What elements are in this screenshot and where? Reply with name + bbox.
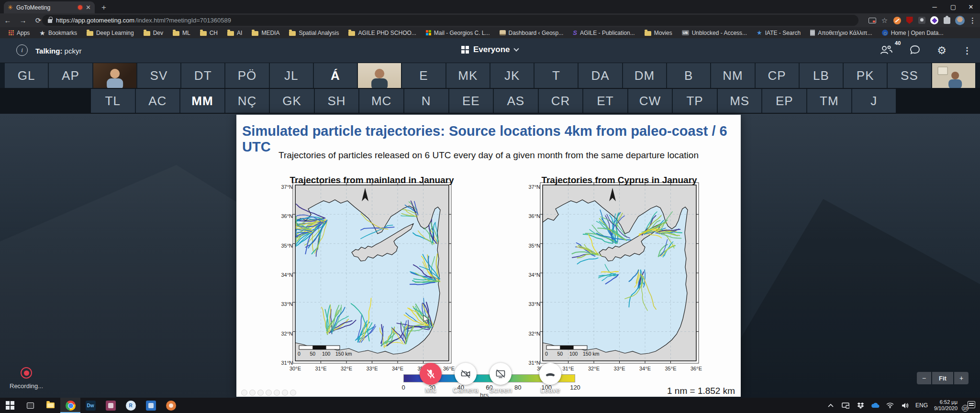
participant-tile[interactable]: SS xyxy=(888,63,931,88)
bookmark-item[interactable]: Dev xyxy=(140,28,167,37)
participant-tile[interactable]: AC xyxy=(136,89,180,113)
participant-tile[interactable]: PK xyxy=(844,63,887,88)
browser-profile-avatar[interactable] xyxy=(955,16,965,25)
tray-expand-icon[interactable] xyxy=(826,401,835,410)
bookmark-item[interactable]: Home | Open Data... xyxy=(878,28,947,37)
participant-tile[interactable]: SH xyxy=(315,89,359,113)
bookmark-item[interactable]: AGILE PHD SCHOO... xyxy=(345,28,420,37)
participant-video-tile[interactable] xyxy=(358,63,401,88)
bookmark-item[interactable]: Apps xyxy=(5,28,33,37)
participant-tile[interactable]: JL xyxy=(270,63,313,88)
bookmark-item[interactable]: ★IATE - Search xyxy=(753,28,804,37)
volume-tray-icon[interactable] xyxy=(901,401,909,410)
participant-tile[interactable]: MM xyxy=(180,89,224,113)
bookmark-item[interactable]: SAGILE - Publication... xyxy=(569,28,638,37)
participant-tile[interactable]: TM xyxy=(807,89,851,113)
participant-video-tile[interactable] xyxy=(93,63,136,88)
participant-tile[interactable]: Á xyxy=(314,63,357,88)
taskbar-square-icon[interactable] xyxy=(100,398,121,413)
participant-tile[interactable]: EP xyxy=(762,89,806,113)
info-icon[interactable]: i xyxy=(16,44,28,56)
taskbar-start-icon[interactable] xyxy=(0,398,20,413)
bookmark-item[interactable]: ★Bookmarks xyxy=(35,28,81,37)
window-maximize-button[interactable]: ▢ xyxy=(944,0,963,13)
browser-tab-gotomeeting[interactable]: ✳ GoToMeeting ✕ xyxy=(4,1,95,13)
leave-button[interactable] xyxy=(539,363,561,385)
zoom-out-button[interactable]: − xyxy=(917,372,931,384)
taskbar-explorer-icon[interactable] xyxy=(40,398,60,413)
taskbar-clock[interactable]: 6:52 μμ 9/10/2020 xyxy=(934,399,958,412)
audience-selector[interactable]: Everyone xyxy=(461,45,518,54)
participant-tile[interactable]: AS xyxy=(494,89,538,113)
participant-tile[interactable]: TP xyxy=(673,89,717,113)
participant-tile[interactable]: LB xyxy=(800,63,843,88)
participant-tile[interactable]: TL xyxy=(91,89,135,113)
participant-tile[interactable]: JK xyxy=(490,63,534,88)
keyboard-language[interactable]: ENG xyxy=(915,402,928,409)
bookmark-item[interactable]: Mail - Georgios C. L... xyxy=(422,28,494,37)
participant-tile[interactable]: DT xyxy=(181,63,224,88)
forward-button[interactable]: → xyxy=(15,16,31,24)
bookmark-item[interactable]: ML xyxy=(169,28,194,37)
participant-tile[interactable]: SV xyxy=(137,63,180,88)
taskbar-chrome-icon[interactable] xyxy=(60,398,80,413)
extension-orange-icon[interactable] xyxy=(893,16,901,24)
participant-tile[interactable]: E xyxy=(402,63,445,88)
participant-tile[interactable]: B xyxy=(667,63,710,88)
tab-close-icon[interactable]: ✕ xyxy=(86,4,91,11)
window-minimize-button[interactable]: ─ xyxy=(925,0,944,13)
participant-tile[interactable]: GL xyxy=(5,63,48,88)
participant-tile[interactable]: DM xyxy=(623,63,666,88)
participant-tile[interactable]: NM xyxy=(711,63,754,88)
wifi-tray-icon[interactable] xyxy=(886,401,894,410)
participant-tile[interactable]: MS xyxy=(718,89,762,113)
bookmark-item[interactable]: Αποθετήριο Κάλλιπ... xyxy=(806,28,876,37)
participant-tile[interactable]: T xyxy=(535,63,578,88)
participants-button[interactable]: 40 xyxy=(880,44,893,57)
participant-tile[interactable]: CR xyxy=(539,89,583,113)
settings-gear-icon[interactable]: ⚙ xyxy=(937,45,947,56)
onedrive-tray-icon[interactable] xyxy=(871,401,880,410)
taskbar-taskview-icon[interactable] xyxy=(20,398,40,413)
taskbar-letter-r-icon[interactable]: R xyxy=(121,398,141,413)
bookmark-item[interactable]: UBUnblocked - Access... xyxy=(678,28,751,37)
participant-video-tile[interactable] xyxy=(932,63,975,88)
dropbox-tray-icon[interactable] xyxy=(856,401,865,410)
participant-tile[interactable]: EE xyxy=(449,89,493,113)
bookmark-item[interactable]: Spatial Analysis xyxy=(285,28,343,37)
participant-tile[interactable]: J xyxy=(852,89,896,113)
participant-tile[interactable]: N xyxy=(404,89,448,113)
recording-icon[interactable] xyxy=(21,367,32,379)
window-close-button[interactable]: ✕ xyxy=(961,0,980,13)
taskbar-square-icon[interactable] xyxy=(141,398,161,413)
screen-share-button[interactable] xyxy=(490,363,512,385)
participant-tile[interactable]: MC xyxy=(359,89,403,113)
participant-tile[interactable]: ET xyxy=(583,89,627,113)
bookmark-item[interactable]: AI xyxy=(223,28,246,37)
mic-button[interactable] xyxy=(420,363,442,385)
participant-tile[interactable]: PÖ xyxy=(225,63,268,88)
extension-diamond-icon[interactable] xyxy=(930,16,938,24)
participant-tile[interactable]: CP xyxy=(756,63,799,88)
participant-tile[interactable]: NÇ xyxy=(225,89,269,113)
tab-cast-icon[interactable] xyxy=(868,16,876,24)
action-center-icon[interactable]: 10 xyxy=(964,401,975,410)
back-button[interactable]: ← xyxy=(0,16,15,24)
bookmark-item[interactable]: Movies xyxy=(641,28,676,37)
display-tray-icon[interactable] xyxy=(841,401,850,410)
extensions-puzzle-icon[interactable] xyxy=(943,16,951,24)
url-bar[interactable]: https://app.gotomeeting.com /index.html?… xyxy=(42,15,858,26)
participant-tile[interactable]: MK xyxy=(446,63,490,88)
bookmark-item[interactable]: Dashboard ‹ Geosp... xyxy=(496,28,568,37)
bookmark-item[interactable]: MEDIA xyxy=(248,28,283,37)
new-tab-button[interactable]: + xyxy=(101,3,106,12)
bookmark-star-icon[interactable]: ☆ xyxy=(880,16,889,24)
more-options-icon[interactable]: ⋮ xyxy=(963,45,971,56)
bookmark-item[interactable]: CH xyxy=(196,28,222,37)
chat-button[interactable] xyxy=(909,44,921,57)
zoom-in-button[interactable]: + xyxy=(954,372,969,384)
extension-ublock-icon[interactable] xyxy=(905,16,913,24)
bookmark-item[interactable]: Deep Learning xyxy=(83,28,138,37)
taskbar-letter-dw-icon[interactable]: Dw xyxy=(80,398,100,413)
participant-tile[interactable]: GK xyxy=(270,89,314,113)
